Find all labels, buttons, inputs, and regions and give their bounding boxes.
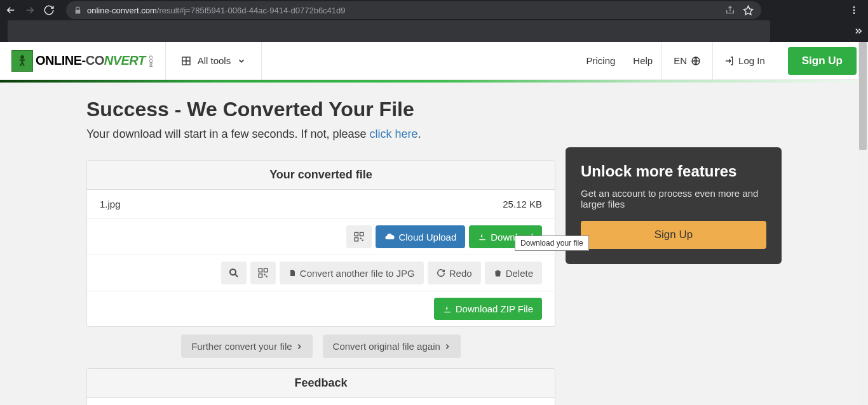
search-icon: [228, 267, 240, 279]
url-text: online-convert.com/result#j=785f5941-006…: [87, 6, 346, 15]
redo-button[interactable]: Redo: [428, 262, 481, 284]
svg-point-3: [21, 56, 24, 58]
bookmark-star-icon[interactable]: [743, 5, 754, 16]
browser-menu-button[interactable]: [845, 5, 863, 15]
login-link[interactable]: Log In: [713, 55, 776, 66]
svg-point-11: [230, 269, 236, 275]
svg-rect-6: [355, 232, 358, 236]
qr-icon: [257, 267, 269, 279]
download-zip-button[interactable]: Download ZIP File: [434, 298, 542, 320]
trash-icon: [494, 269, 502, 277]
grid-icon: [181, 56, 191, 66]
reload-button[interactable]: [43, 4, 55, 16]
further-convert-button[interactable]: Further convert your file: [181, 335, 312, 358]
convert-another-button[interactable]: Convert another file to JPG: [280, 262, 424, 284]
browser-toolbar: online-convert.com/result#j=785f5941-006…: [0, 0, 868, 20]
logo-mark-icon: [11, 50, 33, 72]
file-name: 1.jpg: [100, 199, 121, 209]
svg-rect-14: [259, 274, 262, 277]
feedback-panel: Feedback How would you rate us? Great Go…: [86, 368, 555, 405]
redo-icon: [437, 269, 445, 277]
chevron-right-icon: [444, 343, 451, 350]
svg-rect-15: [264, 274, 265, 276]
site-header: ONLINE-CONVERT .COM All tools Pricing He…: [0, 42, 868, 80]
qr-icon: [353, 231, 365, 242]
cloud-upload-button[interactable]: Cloud Upload: [376, 225, 465, 248]
qr-button[interactable]: [346, 225, 372, 248]
svg-point-2: [853, 12, 855, 14]
click-here-link[interactable]: click here: [370, 128, 418, 140]
svg-rect-13: [264, 269, 267, 272]
file-icon: [288, 269, 296, 277]
lock-icon: [74, 6, 82, 15]
site-logo[interactable]: ONLINE-CONVERT .COM: [0, 50, 165, 72]
download-tooltip: Download your file: [515, 236, 589, 251]
convert-again-button[interactable]: Convert original file again: [323, 335, 461, 358]
page-title: Success - We Converted Your File: [86, 98, 555, 121]
svg-rect-8: [355, 238, 358, 241]
promo-panel: Unlock more features Get an account to p…: [566, 147, 782, 264]
file-size: 25.12 KB: [503, 199, 542, 209]
panel-header: Your converted file: [87, 161, 555, 190]
svg-rect-12: [259, 269, 262, 272]
feedback-header: Feedback: [87, 369, 555, 398]
search-button[interactable]: [221, 262, 247, 284]
nav-help[interactable]: Help: [624, 55, 661, 66]
forward-button[interactable]: [24, 4, 36, 16]
svg-rect-16: [266, 276, 267, 277]
logo-text: ONLINE-CONVERT: [36, 53, 146, 68]
svg-rect-7: [360, 232, 363, 236]
download-icon: [443, 305, 452, 314]
svg-point-1: [853, 10, 855, 11]
nav-pricing[interactable]: Pricing: [578, 55, 625, 66]
converted-file-panel: Your converted file 1.jpg 25.12 KB Cloud…: [86, 160, 555, 327]
scrollbar-thumb[interactable]: [859, 42, 867, 150]
svg-rect-9: [360, 238, 362, 239]
chevron-down-icon: [237, 56, 246, 65]
svg-rect-10: [362, 240, 363, 241]
page-content: ONLINE-CONVERT .COM All tools Pricing He…: [0, 42, 868, 405]
chevron-right-icon: [296, 343, 302, 350]
delete-button[interactable]: Delete: [485, 262, 542, 284]
cloud-icon: [384, 232, 395, 242]
promo-body: Get an account to process even more and …: [581, 188, 766, 209]
logo-com-text: .COM: [148, 54, 154, 67]
all-tools-menu[interactable]: All tools: [166, 55, 262, 66]
login-icon: [724, 56, 735, 66]
signup-button-header[interactable]: Sign Up: [788, 47, 857, 75]
promo-signup-button[interactable]: Sign Up: [581, 221, 766, 249]
qr-button-2[interactable]: [250, 262, 276, 284]
page-subtitle: Your download will start in a few second…: [86, 128, 555, 141]
svg-point-0: [853, 6, 855, 8]
globe-icon: [691, 56, 701, 66]
promo-title: Unlock more features: [581, 163, 766, 180]
file-row: 1.jpg 25.12 KB: [87, 190, 555, 219]
scrollbar-track[interactable]: [858, 42, 868, 405]
bookmark-bar: [0, 20, 868, 42]
download-icon: [478, 232, 487, 241]
language-selector[interactable]: EN: [662, 55, 712, 66]
bookmark-overflow-icon[interactable]: [854, 27, 863, 36]
address-bar[interactable]: online-convert.com/result#j=785f5941-006…: [66, 1, 761, 19]
share-icon[interactable]: [725, 5, 735, 15]
back-button[interactable]: [5, 4, 17, 16]
